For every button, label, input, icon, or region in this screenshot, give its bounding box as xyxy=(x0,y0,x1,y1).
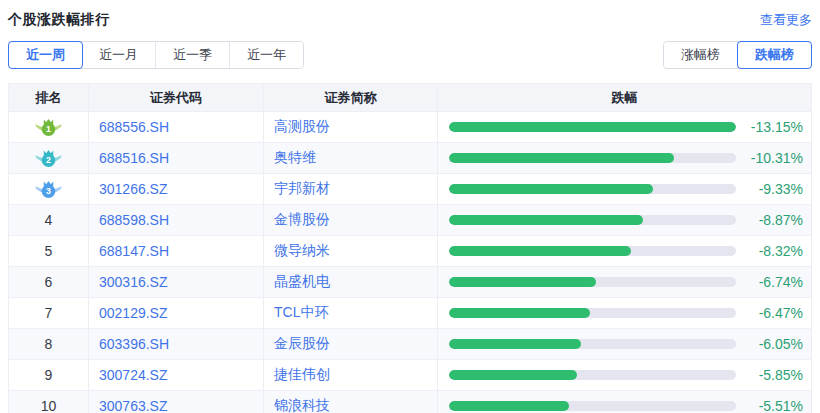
rank-cell: 6 xyxy=(9,267,89,297)
stock-ranking-panel: 个股涨跌幅排行 查看更多 近一周近一月近一季近一年 涨幅榜跌幅榜 排名 证券代码… xyxy=(0,0,820,413)
rank-number: 9 xyxy=(45,367,53,383)
page-title: 个股涨跌幅排行 xyxy=(8,11,110,29)
stock-name-link[interactable]: 金辰股份 xyxy=(264,329,438,359)
change-percent: -6.05% xyxy=(759,336,803,352)
change-cell: -10.31% xyxy=(438,143,811,173)
stock-code-link[interactable]: 688556.SH xyxy=(89,112,264,142)
change-cell: -5.51% xyxy=(438,391,811,413)
rank-medal-icon: 1 xyxy=(35,118,62,137)
change-percent: -5.85% xyxy=(759,367,803,383)
table-row: 3 301266.SZ 宇邦新材 -9.33% xyxy=(9,174,811,205)
change-bar-fill xyxy=(449,401,569,411)
table-header-row: 排名 证券代码 证券简称 跌幅 xyxy=(9,84,811,112)
rank-cell: 9 xyxy=(9,360,89,390)
tab-last-week[interactable]: 近一周 xyxy=(8,41,83,69)
change-bar-fill xyxy=(449,339,581,349)
stock-code-link[interactable]: 688598.SH xyxy=(89,205,264,235)
rank-number: 7 xyxy=(45,305,53,321)
stock-name-link[interactable]: 微导纳米 xyxy=(264,236,438,266)
change-bar-fill xyxy=(449,277,596,287)
table-row: 10 300763.SZ 锦浪科技 -5.51% xyxy=(9,391,811,413)
tab-last-quarter[interactable]: 近一季 xyxy=(156,42,230,68)
svg-text:1: 1 xyxy=(46,124,51,134)
stock-name-link[interactable]: 捷佳伟创 xyxy=(264,360,438,390)
change-cell: -8.32% xyxy=(438,236,811,266)
rank-number: 5 xyxy=(45,243,53,259)
stock-name-link[interactable]: 晶盛机电 xyxy=(264,267,438,297)
col-header-name: 证券简称 xyxy=(264,84,438,111)
stock-name-link[interactable]: 金博股份 xyxy=(264,205,438,235)
rank-cell: 8 xyxy=(9,329,89,359)
col-header-rank: 排名 xyxy=(9,84,89,111)
stock-name-link[interactable]: 奥特维 xyxy=(264,143,438,173)
stock-name-link[interactable]: TCL中环 xyxy=(264,298,438,328)
table-row: 5 688147.SH 微导纳米 -8.32% xyxy=(9,236,811,267)
stock-code-link[interactable]: 301266.SZ xyxy=(89,174,264,204)
rank-cell: 2 xyxy=(9,143,89,173)
table-row: 7 002129.SZ TCL中环 -6.47% xyxy=(9,298,811,329)
change-cell: -6.05% xyxy=(438,329,811,359)
change-bar-fill xyxy=(449,246,631,256)
rank-cell: 3 xyxy=(9,174,89,204)
board-tabs: 涨幅榜跌幅榜 xyxy=(663,41,812,69)
change-cell: -6.47% xyxy=(438,298,811,328)
change-bar-track xyxy=(449,215,736,225)
change-cell: -8.87% xyxy=(438,205,811,235)
rank-cell: 4 xyxy=(9,205,89,235)
change-cell: -5.85% xyxy=(438,360,811,390)
change-bar-fill xyxy=(449,308,590,318)
change-percent: -5.51% xyxy=(759,398,803,413)
col-header-change: 跌幅 xyxy=(438,84,811,111)
stock-code-link[interactable]: 688516.SH xyxy=(89,143,264,173)
tab-last-month[interactable]: 近一月 xyxy=(82,42,156,68)
change-cell: -6.74% xyxy=(438,267,811,297)
table-row: 2 688516.SH 奥特维 -10.31% xyxy=(9,143,811,174)
change-bar-track xyxy=(449,277,736,287)
change-bar-track xyxy=(449,339,736,349)
change-cell: -13.15% xyxy=(438,112,811,142)
tab-last-year[interactable]: 近一年 xyxy=(230,42,303,68)
change-bar-track xyxy=(449,401,736,411)
svg-text:3: 3 xyxy=(46,186,51,196)
svg-text:2: 2 xyxy=(46,155,51,165)
rank-cell: 1 xyxy=(9,112,89,142)
tab-losers[interactable]: 跌幅榜 xyxy=(737,41,812,69)
change-cell: -9.33% xyxy=(438,174,811,204)
stock-code-link[interactable]: 603396.SH xyxy=(89,329,264,359)
table-row: 1 688556.SH 高测股份 -13.15% xyxy=(9,112,811,143)
change-bar-fill xyxy=(449,122,736,132)
change-percent: -13.15% xyxy=(751,119,803,135)
stock-code-link[interactable]: 002129.SZ xyxy=(89,298,264,328)
change-bar-fill xyxy=(449,153,674,163)
stock-code-link[interactable]: 300724.SZ xyxy=(89,360,264,390)
table-row: 9 300724.SZ 捷佳伟创 -5.85% xyxy=(9,360,811,391)
rank-medal-icon: 3 xyxy=(35,180,62,199)
stock-code-link[interactable]: 300316.SZ xyxy=(89,267,264,297)
rank-number: 6 xyxy=(45,274,53,290)
table-row: 4 688598.SH 金博股份 -8.87% xyxy=(9,205,811,236)
stock-name-link[interactable]: 宇邦新材 xyxy=(264,174,438,204)
rank-cell: 7 xyxy=(9,298,89,328)
change-bar-track xyxy=(449,153,736,163)
rank-number: 4 xyxy=(45,212,53,228)
stock-name-link[interactable]: 高测股份 xyxy=(264,112,438,142)
change-bar-fill xyxy=(449,184,653,194)
change-percent: -8.32% xyxy=(759,243,803,259)
period-tabs: 近一周近一月近一季近一年 xyxy=(8,41,304,69)
tab-gainers[interactable]: 涨幅榜 xyxy=(664,42,738,68)
rank-cell: 5 xyxy=(9,236,89,266)
change-bar-track xyxy=(449,246,736,256)
ranking-table: 排名 证券代码 证券简称 跌幅 1 688556.SH 高测股份 -13.15% xyxy=(8,83,812,413)
rank-medal-icon: 2 xyxy=(35,149,62,168)
change-bar-track xyxy=(449,184,736,194)
stock-name-link[interactable]: 锦浪科技 xyxy=(264,391,438,413)
stock-code-link[interactable]: 688147.SH xyxy=(89,236,264,266)
table-body: 1 688556.SH 高测股份 -13.15% 2 688516.SH 奥特维 xyxy=(9,112,811,413)
change-bar-track xyxy=(449,122,736,132)
view-more-link[interactable]: 查看更多 xyxy=(760,11,812,29)
stock-code-link[interactable]: 300763.SZ xyxy=(89,391,264,413)
table-row: 8 603396.SH 金辰股份 -6.05% xyxy=(9,329,811,360)
col-header-code: 证券代码 xyxy=(89,84,264,111)
change-percent: -6.47% xyxy=(759,305,803,321)
change-bar-fill xyxy=(449,215,643,225)
